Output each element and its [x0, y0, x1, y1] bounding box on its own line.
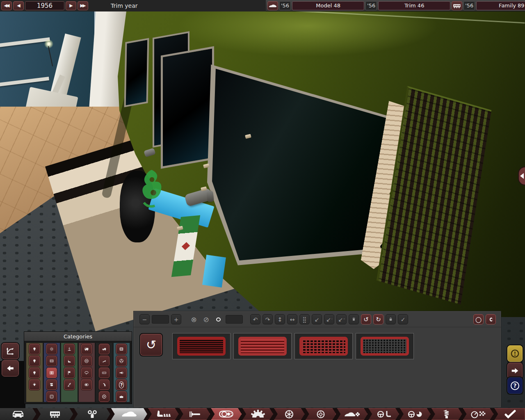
snap-magnet-button[interactable]: [486, 314, 496, 324]
collapse-panel-tab[interactable]: [518, 167, 525, 185]
nav-seats-layout[interactable]: [148, 408, 179, 420]
decrease-size-button[interactable]: −: [139, 314, 150, 324]
category-bubble-mirror[interactable]: [81, 379, 92, 390]
category-window-glass[interactable]: [46, 379, 57, 390]
license-plate-icon: AB123: [102, 369, 107, 377]
redo-button[interactable]: ↻: [373, 314, 383, 324]
category-mudflap[interactable]: [64, 356, 75, 366]
nav-engine-variant[interactable]: [74, 408, 110, 420]
nav-paint[interactable]: [180, 408, 210, 420]
thumbnail-fine-mesh-vent[interactable]: [172, 333, 231, 359]
nav-testing[interactable]: [463, 408, 494, 420]
engine-button[interactable]: [452, 1, 462, 10]
thumbnail-louvered-vent[interactable]: [233, 333, 292, 359]
next-year-button[interactable]: ▶: [66, 1, 76, 10]
category-side-light[interactable]: [29, 356, 40, 366]
rotate-ccw-button[interactable]: ↶: [250, 314, 260, 324]
lock-fixture-button[interactable]: [386, 314, 396, 324]
reset-fixture-button[interactable]: ↺: [139, 333, 163, 356]
question-icon: ?: [119, 381, 124, 388]
louvered-vent-icon: [238, 337, 287, 356]
category-fog-light[interactable]: [46, 344, 57, 354]
rotation-input[interactable]: [226, 315, 243, 324]
thumbnail-perforated-vent[interactable]: [356, 333, 414, 359]
grille-icon: [119, 345, 124, 353]
place-icon: ↙: [315, 316, 320, 323]
green-decal[interactable]: [135, 166, 173, 213]
category-trunk[interactable]: [116, 391, 127, 402]
category-lip-spoiler[interactable]: [99, 356, 110, 366]
mudflap-icon: [67, 357, 72, 365]
warnings-button[interactable]: [507, 345, 523, 362]
category-vent-single[interactable]: [46, 356, 57, 366]
category-mesh-panel[interactable]: [46, 391, 57, 402]
forward-button[interactable]: [507, 363, 523, 379]
category-headlight[interactable]: [29, 344, 40, 354]
category-ramp-down[interactable]: [64, 344, 75, 354]
headlight-icon: [219, 410, 234, 418]
category-sparkle-light[interactable]: [29, 379, 40, 390]
increase-size-button[interactable]: +: [171, 314, 181, 324]
place-mirrored-button[interactable]: ↙·: [324, 314, 334, 324]
rotate-cw-button[interactable]: ↷: [262, 314, 273, 324]
help-button[interactable]: ?: [507, 377, 523, 394]
category-license-plate[interactable]: AB123: [99, 368, 110, 378]
prev-year-button[interactable]: ◀: [13, 1, 24, 10]
year-display[interactable]: 1956: [25, 1, 64, 10]
category-pickup[interactable]: [99, 344, 110, 354]
pattern-duplicate-button[interactable]: ⣿: [299, 314, 310, 324]
first-year-button[interactable]: ◀◀: [1, 1, 12, 10]
top-toolbar: ◀◀ ◀ 1956 ▶ ▶▶ Trim year '56 Model 48 '5…: [0, 0, 525, 11]
category-fan-wheel[interactable]: [116, 356, 127, 366]
nav-wheels[interactable]: [274, 408, 305, 420]
move-vertical-button[interactable]: ↕: [275, 314, 285, 324]
place-single-button[interactable]: ↙: [312, 314, 322, 324]
model-button[interactable]: [267, 1, 278, 10]
category-vent-double-selected[interactable]: [46, 368, 57, 378]
back-button[interactable]: [2, 360, 19, 377]
nav-car-body[interactable]: [111, 408, 147, 420]
categories-panel: Categories: [24, 331, 132, 404]
nav-driver-assists[interactable]: [400, 408, 431, 420]
nav-fixtures-selected[interactable]: [211, 408, 242, 420]
project-chips: '56 Model 48 '56 Trim 46 '56 Family 89 '…: [266, 1, 525, 11]
nav-interior[interactable]: [368, 408, 399, 420]
fixture-thumbnails: ↺: [134, 327, 501, 359]
rotate-lock-x-button[interactable]: ⊗: [189, 314, 199, 324]
nav-drivetrain[interactable]: [242, 408, 273, 420]
last-year-button[interactable]: ▶▶: [78, 1, 88, 10]
ellipse-mode-button[interactable]: [213, 314, 224, 324]
undo-button[interactable]: ↺: [361, 314, 371, 324]
category-van[interactable]: [81, 344, 92, 354]
move-horizontal-button[interactable]: ↔: [287, 314, 297, 324]
nav-brakes[interactable]: [306, 408, 336, 420]
nav-suspension[interactable]: [431, 408, 462, 420]
trim-name-field[interactable]: Trim 46: [378, 1, 450, 10]
nav-engine-family[interactable]: [37, 408, 73, 420]
category-badge-target[interactable]: [99, 391, 110, 402]
nav-aero-cooling[interactable]: [337, 408, 368, 420]
category-exhaust-horn[interactable]: [116, 368, 127, 378]
category-oval-mirror[interactable]: [81, 368, 92, 378]
family-name-field[interactable]: Family 89: [476, 1, 525, 10]
graph-tool-button[interactable]: [2, 343, 19, 359]
category-antenna[interactable]: [64, 379, 75, 390]
category-help[interactable]: ?: [116, 379, 127, 390]
category-wheel-h[interactable]: [81, 356, 92, 366]
flag-icon: [67, 369, 72, 377]
place-stamped-button[interactable]: ↙··: [336, 314, 347, 324]
category-grille[interactable]: [116, 344, 127, 354]
nav-summary[interactable]: [494, 408, 525, 420]
category-fender-trim[interactable]: [99, 379, 110, 390]
gear-half-icon: [251, 410, 265, 419]
size-input[interactable]: [152, 315, 169, 324]
confirm-fixture-button[interactable]: ✓: [398, 314, 408, 324]
delete-fixture-button[interactable]: [349, 314, 359, 324]
thumbnail-grid-mesh-vent[interactable]: [294, 333, 353, 359]
rotate-lock-y-button[interactable]: ⊘: [201, 314, 211, 324]
category-flag[interactable]: [64, 368, 75, 378]
category-rear-light[interactable]: [29, 368, 40, 378]
circle-mode-button[interactable]: ○: [473, 314, 484, 324]
model-name-field[interactable]: Model 48: [292, 1, 364, 10]
nav-car-model[interactable]: [0, 408, 36, 420]
